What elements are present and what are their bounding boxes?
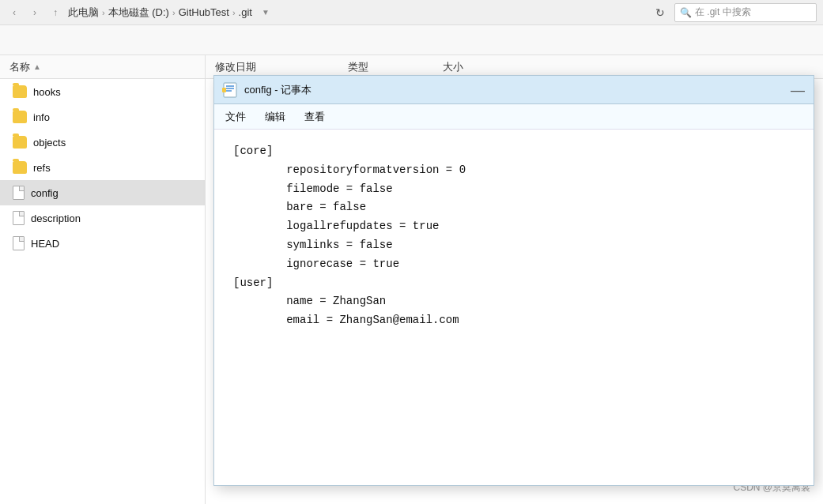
column-date: 修改日期 <box>206 60 348 74</box>
back-button[interactable]: ‹ <box>6 5 22 21</box>
file-list-header: 名称 ▲ <box>0 55 205 79</box>
file-list-body: hooks info objects refs <box>0 79 205 504</box>
search-bar[interactable]: 🔍 在 .git 中搜索 <box>674 3 817 22</box>
folder-icon <box>13 85 27 98</box>
minimize-button[interactable]: — <box>790 82 806 98</box>
explorer-toolbar <box>0 25 823 55</box>
folder-icon <box>13 161 27 174</box>
file-name: config <box>31 187 59 199</box>
notepad-window: config - 记事本 — 文件 编辑 查看 [core] repositor… <box>213 75 814 486</box>
list-item[interactable]: hooks <box>0 79 205 104</box>
file-name: info <box>33 111 50 123</box>
file-icon <box>13 236 25 250</box>
column-name: 名称 ▲ <box>0 60 205 74</box>
menu-file[interactable]: 文件 <box>222 108 249 126</box>
list-item[interactable]: HEAD <box>0 231 205 256</box>
file-name: refs <box>33 162 51 174</box>
search-placeholder: 在 .git 中搜索 <box>695 6 751 19</box>
folder-icon <box>13 136 27 149</box>
notepad-menubar: 文件 编辑 查看 <box>214 104 814 130</box>
breadcrumb-dropdown-icon[interactable]: ▼ <box>262 8 270 17</box>
list-item[interactable]: description <box>0 205 205 231</box>
file-name: HEAD <box>31 238 59 250</box>
breadcrumb-pc[interactable]: 此电脑 <box>68 6 99 20</box>
menu-edit[interactable]: 编辑 <box>262 108 289 126</box>
list-item[interactable]: objects <box>0 130 205 155</box>
search-icon: 🔍 <box>680 7 692 18</box>
folder-icon <box>13 111 27 123</box>
forward-button[interactable]: › <box>27 5 43 21</box>
notepad-content[interactable]: [core] repositoryformatversion = 0 filem… <box>214 130 814 485</box>
refresh-button[interactable]: ↻ <box>651 3 670 22</box>
breadcrumb: 此电脑 › 本地磁盘 (D:) › GitHubTest › .git ▼ <box>68 6 646 20</box>
column-size: 大小 <box>443 60 522 74</box>
file-name: objects <box>33 137 66 149</box>
file-icon <box>13 186 25 200</box>
file-name: description <box>31 213 81 224</box>
file-icon <box>13 211 25 225</box>
file-list-pane: 名称 ▲ hooks info objects <box>0 55 206 504</box>
notepad-title: config - 记事本 <box>244 83 783 97</box>
breadcrumb-subfolder[interactable]: .git <box>239 6 252 18</box>
list-item[interactable]: refs <box>0 155 205 180</box>
menu-view[interactable]: 查看 <box>301 108 328 126</box>
notepad-app-icon <box>222 82 238 98</box>
breadcrumb-drive[interactable]: 本地磁盘 (D:) <box>108 6 169 20</box>
up-button[interactable]: ↑ <box>47 5 63 21</box>
explorer-titlebar: ‹ › ↑ 此电脑 › 本地磁盘 (D:) › GitHubTest › .gi… <box>0 0 823 25</box>
svg-rect-4 <box>222 88 226 92</box>
list-item-config[interactable]: config <box>0 180 205 205</box>
column-type: 类型 <box>348 60 443 74</box>
file-name: hooks <box>33 86 61 98</box>
breadcrumb-folder[interactable]: GitHubTest <box>179 6 229 18</box>
sort-arrow-icon: ▲ <box>33 62 41 71</box>
list-item[interactable]: info <box>0 104 205 130</box>
notepad-titlebar: config - 记事本 — <box>214 76 814 104</box>
